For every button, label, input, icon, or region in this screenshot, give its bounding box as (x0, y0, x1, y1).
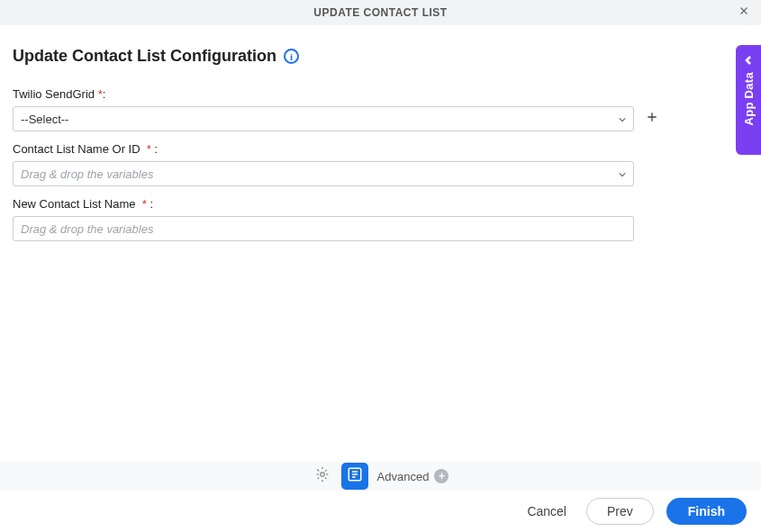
close-button[interactable] (736, 5, 752, 21)
cancel-button[interactable]: Cancel (520, 499, 574, 524)
required-mark: * (142, 197, 147, 211)
advanced-label: Advanced (377, 470, 430, 483)
field-contact-list-id: Contact List Name Or ID * : Drag & drop … (13, 142, 748, 186)
bottom-toolbar: Advanced + (0, 462, 761, 491)
gear-icon (314, 466, 331, 486)
title-row: Update Contact List Configuration i (13, 47, 748, 66)
app-data-tab[interactable]: App Data (736, 45, 761, 155)
label-text: Contact List Name Or ID (13, 142, 140, 156)
chevron-down-icon (619, 167, 626, 181)
modal-header: UPDATE CONTACT LIST (0, 0, 761, 25)
field-label-sendgrid: Twilio SendGrid *: (13, 87, 748, 101)
chevron-down-icon (619, 113, 626, 126)
svg-point-0 (320, 473, 324, 477)
page-title: Update Contact List Configuration (13, 47, 276, 66)
field-label-new-name: New Contact List Name * : (13, 197, 748, 211)
required-mark: * (98, 87, 103, 101)
placeholder: Drag & drop the variables (21, 167, 153, 181)
form-config-button[interactable] (341, 463, 368, 490)
form-icon (347, 466, 363, 486)
placeholder: Drag & drop the variables (21, 222, 153, 236)
content-area: Update Contact List Configuration i Twil… (0, 25, 761, 241)
add-connection-button[interactable] (643, 110, 661, 128)
required-mark: * (147, 142, 151, 156)
chevron-left-icon (744, 52, 753, 68)
new-name-input[interactable]: Drag & drop the variables (13, 216, 634, 241)
plus-circle-icon: + (434, 469, 448, 483)
close-icon (738, 5, 750, 21)
plus-icon (645, 110, 659, 128)
field-label-contact-list-id: Contact List Name Or ID * : (13, 142, 748, 156)
label-text: Twilio SendGrid (13, 87, 95, 101)
settings-button[interactable] (313, 466, 332, 486)
contact-list-id-input[interactable]: Drag & drop the variables (13, 161, 634, 186)
app-data-label: App Data (742, 72, 756, 125)
select-value: --Select-- (21, 113, 68, 126)
finish-button[interactable]: Finish (666, 498, 747, 525)
advanced-button[interactable]: Advanced + (377, 469, 449, 483)
modal-title: UPDATE CONTACT LIST (313, 6, 447, 19)
prev-button[interactable]: Prev (586, 498, 654, 525)
label-text: New Contact List Name (13, 197, 136, 211)
info-icon[interactable]: i (284, 49, 299, 64)
field-new-name: New Contact List Name * : Drag & drop th… (13, 197, 748, 241)
footer-actions: Cancel Prev Finish (0, 491, 761, 532)
field-sendgrid: Twilio SendGrid *: --Select-- (13, 87, 748, 131)
sendgrid-select[interactable]: --Select-- (13, 106, 634, 131)
